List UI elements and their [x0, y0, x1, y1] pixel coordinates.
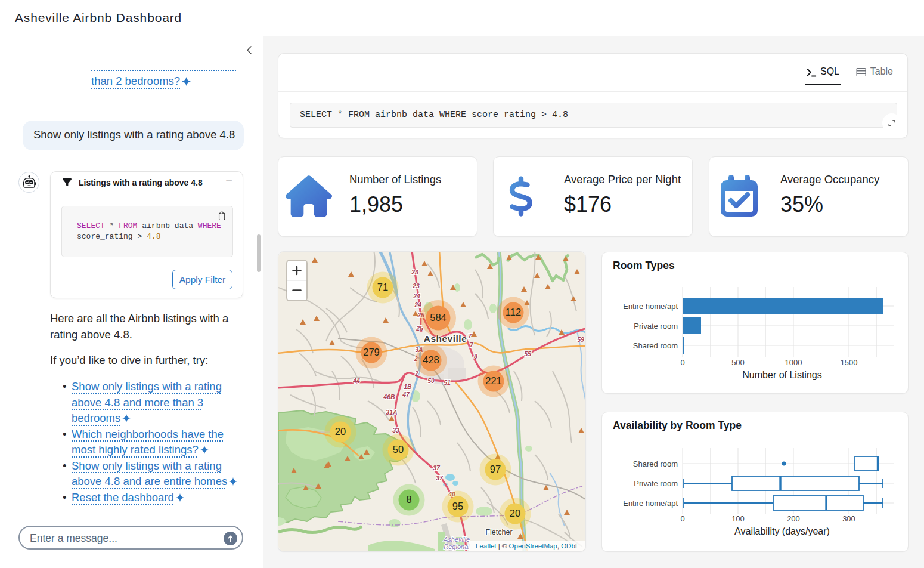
- svg-text:300: 300: [842, 514, 855, 523]
- svg-text:Shared room: Shared room: [633, 341, 678, 350]
- svg-text:71: 71: [377, 282, 388, 292]
- svg-text:33: 33: [392, 427, 399, 434]
- svg-text:95: 95: [452, 501, 463, 511]
- svg-text:Airport: Airport: [448, 550, 468, 551]
- svg-text:47: 47: [402, 391, 410, 398]
- svg-text:24: 24: [414, 301, 421, 308]
- svg-text:0: 0: [680, 358, 684, 367]
- svg-text:44: 44: [352, 377, 360, 384]
- svg-text:31A: 31A: [386, 409, 397, 416]
- svg-text:55: 55: [524, 350, 531, 357]
- svg-text:Entire home/apt: Entire home/apt: [623, 302, 678, 311]
- svg-text:46B: 46B: [383, 393, 395, 400]
- svg-text:1B: 1B: [404, 383, 412, 390]
- svg-text:Private room: Private room: [634, 479, 678, 488]
- svg-text:Number of Listings: Number of Listings: [742, 370, 821, 380]
- svg-text:20: 20: [335, 426, 346, 437]
- svg-text:428: 428: [423, 354, 439, 365]
- svg-text:50: 50: [427, 377, 435, 384]
- svg-text:Leaflet | © OpenStreetMap, ODb: Leaflet | © OpenStreetMap, ODbL: [476, 542, 579, 550]
- svg-text:Private room: Private room: [634, 322, 678, 331]
- svg-text:1000: 1000: [785, 358, 802, 367]
- svg-text:51: 51: [444, 379, 451, 386]
- svg-text:Regional: Regional: [444, 543, 470, 550]
- svg-text:20: 20: [510, 508, 520, 518]
- svg-text:50: 50: [393, 444, 404, 455]
- svg-text:8: 8: [474, 353, 477, 360]
- svg-text:8: 8: [406, 494, 411, 505]
- svg-text:584: 584: [430, 312, 447, 323]
- svg-text:37: 37: [436, 474, 444, 481]
- svg-text:Shared room: Shared room: [633, 459, 678, 468]
- svg-text:221: 221: [485, 375, 502, 386]
- svg-text:500: 500: [731, 358, 745, 367]
- svg-text:Asheville: Asheville: [443, 536, 470, 543]
- svg-text:Availability (days/year): Availability (days/year): [734, 526, 830, 536]
- svg-text:279: 279: [363, 347, 380, 357]
- svg-text:23: 23: [411, 268, 418, 276]
- svg-text:112: 112: [506, 307, 521, 317]
- svg-text:59: 59: [577, 336, 584, 343]
- svg-text:1500: 1500: [841, 358, 858, 367]
- svg-text:200: 200: [787, 514, 800, 523]
- svg-text:97: 97: [490, 464, 501, 474]
- svg-text:100: 100: [731, 514, 745, 523]
- svg-text:24: 24: [413, 292, 420, 300]
- svg-text:Asheville: Asheville: [424, 334, 467, 344]
- svg-text:2: 2: [414, 370, 418, 377]
- svg-text:0: 0: [680, 514, 684, 523]
- svg-text:23: 23: [412, 282, 420, 289]
- svg-text:Fletcher: Fletcher: [485, 528, 512, 536]
- svg-text:Entire home/apt: Entire home/apt: [623, 499, 678, 508]
- svg-text:37: 37: [433, 464, 441, 471]
